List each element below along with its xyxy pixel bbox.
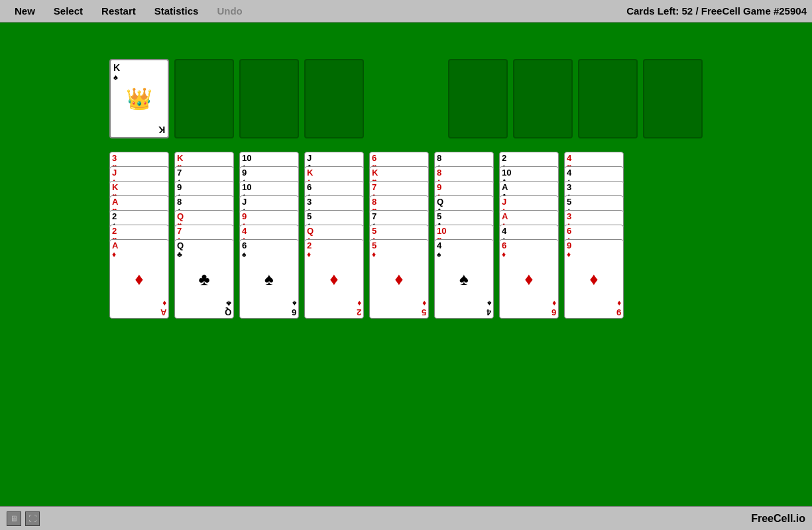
card-col2-7[interactable]: Q♣♣Q♣ [174, 239, 234, 319]
column-1[interactable]: 3♥J♦K♥A♥2♠2♥A♦♦A♦ [109, 152, 169, 319]
freecell-card-1-rank: K [113, 62, 120, 73]
statistics-menu[interactable]: Statistics [145, 3, 208, 19]
game-area: K ♠ 👑 K 3♥J♦K♥A♥2♠2♥A♦♦A♦K♥7♠9♠8♠Q♥7♦Q♣♣… [0, 23, 812, 506]
card-col3-7[interactable]: 6♠♠6♠ [239, 239, 299, 319]
freecell-card-1-suit: ♠ [113, 72, 118, 82]
freecell-area: K ♠ 👑 K [109, 59, 364, 138]
game-status: Cards Left: 52 / FreeCell Game #25904 [626, 5, 807, 17]
column-2[interactable]: K♥7♠9♠8♠Q♥7♦Q♣♣Q♣ [174, 152, 234, 319]
new-menu[interactable]: New [5, 3, 44, 19]
card-col8-7[interactable]: 9♦♦9♦ [564, 239, 624, 319]
monitor-icon[interactable]: 🖥 [7, 511, 21, 526]
undo-menu: Undo [207, 3, 251, 19]
bottom-icons: 🖥 ⛶ [7, 511, 40, 526]
column-3[interactable]: 10♠9♠10♠J♠9♦4♦6♠♠6♠ [239, 152, 299, 319]
foundation-slot-2[interactable] [513, 59, 573, 138]
column-7[interactable]: 2♠10♣A♣J♦A♦4♠6♦♦6♦ [499, 152, 559, 319]
column-5[interactable]: 6♥K♥7♦8♥7♠5♦5♦♦5♦ [369, 152, 429, 319]
foundation-area [448, 59, 703, 138]
columns-area: 3♥J♦K♥A♥2♠2♥A♦♦A♦K♥7♠9♠8♠Q♥7♦Q♣♣Q♣10♠9♠1… [109, 152, 759, 319]
column-8[interactable]: 4♥4♠3♠5♠3♦6♦9♦♦9♦ [564, 152, 624, 319]
freecell-slot-4[interactable] [304, 59, 364, 138]
card-col4-7[interactable]: 2♦♦2♦ [304, 239, 364, 319]
card-col7-7[interactable]: 6♦♦6♦ [499, 239, 559, 319]
freecell-card-1-center: 👑 [126, 86, 152, 111]
restart-menu[interactable]: Restart [92, 3, 145, 19]
column-4[interactable]: J♣K♦6♠3♠5♠Q♦2♦♦2♦ [304, 152, 364, 319]
card-col6-7[interactable]: 4♠♠4♠ [434, 239, 494, 319]
foundation-slot-3[interactable] [578, 59, 638, 138]
freecell-slot-3[interactable] [239, 59, 299, 138]
card-col5-7[interactable]: 5♦♦5♦ [369, 239, 429, 319]
expand-icon[interactable]: ⛶ [25, 511, 40, 526]
freecell-card-1-rank-bot: K [158, 125, 165, 135]
menu-bar: New Select Restart Statistics Undo Cards… [0, 0, 812, 23]
branding-text: FreeCell.io [751, 513, 805, 525]
foundation-slot-1[interactable] [448, 59, 508, 138]
select-menu[interactable]: Select [44, 3, 92, 19]
bottom-bar: 🖥 ⛶ FreeCell.io [0, 506, 812, 530]
foundation-slot-4[interactable] [643, 59, 703, 138]
freecell-slot-2[interactable] [174, 59, 234, 138]
column-6[interactable]: 8♠8♦9♦Q♣5♣10♥4♠♠4♠ [434, 152, 494, 319]
freecell-slot-1[interactable]: K ♠ 👑 K [109, 59, 169, 138]
card-col1-7[interactable]: A♦♦A♦ [109, 239, 169, 319]
